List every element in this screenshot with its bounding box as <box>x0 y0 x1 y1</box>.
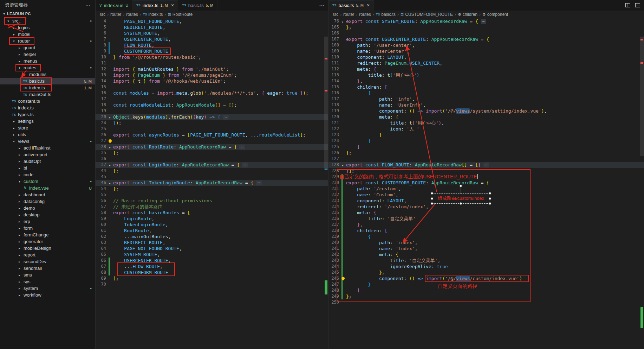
scrollbar-thumb[interactable] <box>324 37 328 170</box>
tree-item-types.ts[interactable]: TStypes.ts <box>0 111 95 118</box>
code-line-65[interactable]: 65 SYSTEM_ROUTE, <box>96 252 328 258</box>
code-line-46[interactable]: 46▸export const TokenLoginRoute: AppRout… <box>96 180 328 186</box>
code-line-105[interactable]: 105}; <box>328 24 644 30</box>
code-line-25[interactable]: 25 <box>96 126 328 132</box>
close-icon[interactable]: × <box>367 2 370 8</box>
folded-region-badge[interactable]: ⋯ <box>483 163 489 167</box>
code-line-249[interactable]: 249}; <box>328 293 644 299</box>
code-line-244[interactable]: 244 ignoreKeepAlive: true <box>328 264 644 269</box>
code-line-239[interactable]: 239 { <box>328 234 644 240</box>
code-line-9[interactable]: 9 CUSTOMFORM_ROUTE <box>96 48 328 54</box>
code-line-37[interactable]: 37▸export const LoginRoute: AppRouteReco… <box>96 162 328 168</box>
tree-item-routes[interactable]: ▾routes● <box>0 64 95 71</box>
code-line-12[interactable]: 12import { mainOutRoutes } from './mainO… <box>96 66 328 72</box>
code-line-250[interactable]: 250 <box>328 299 644 305</box>
tree-item-index.vue[interactable]: Vindex.vueU <box>0 185 95 191</box>
scrollbar-thumb[interactable] <box>640 37 644 156</box>
breadcrumb-item-children[interactable]: ⚙children <box>458 12 477 17</box>
tree-item-mobileDesign[interactable]: ▸mobileDesign <box>0 245 95 252</box>
folded-region-badge[interactable]: ⋯ <box>223 115 229 120</box>
code-line-15[interactable]: 15 <box>96 84 328 90</box>
tree-item-mainOut.ts[interactable]: TSmainOut.ts <box>0 91 95 98</box>
tree-item-menus[interactable]: ▸menus <box>0 58 95 64</box>
breadcrumb-item-router[interactable]: router <box>343 12 354 17</box>
code-line-18[interactable]: 18const routeModuleList: AppRouteModule[… <box>96 102 328 108</box>
code-line-54[interactable]: 54}; <box>96 186 328 192</box>
code-line-117[interactable]: 117 path: 'info', <box>328 96 644 102</box>
code-line-123[interactable]: 123 } <box>328 132 644 138</box>
tree-item-modules[interactable]: ▸modules <box>0 71 95 78</box>
breadcrumb-item-CUSTOMFORM_ROUTE[interactable]: ⊡CUSTOMFORM_ROUTE <box>401 12 453 17</box>
breadcrumb-item-src[interactable]: src <box>333 12 338 17</box>
explorer-more-actions-icon[interactable]: ⋯ <box>85 2 90 8</box>
code-line-7[interactable]: 7 USERCENTER_ROUTE, <box>96 36 328 42</box>
code-line-228[interactable]: 228}]; <box>328 168 644 174</box>
code-line-67[interactable]: 67 ...FLOW_ROUTE, <box>96 264 328 269</box>
code-line-231[interactable]: 231 path: '/custom', <box>328 186 644 192</box>
close-icon[interactable]: × <box>171 2 174 8</box>
code-line-59[interactable]: 59 LoginRoute, <box>96 216 328 222</box>
code-line-13[interactable]: 13import { PageEnum } from '/@/enums/pag… <box>96 72 328 78</box>
tree-item-auditOpt[interactable]: ▸auditOpt <box>0 158 95 165</box>
code-line-8[interactable]: 8 FLOW_ROUTE, <box>96 42 328 48</box>
code-editor-index-ts[interactable]: 4 PAGE_NOT_FOUND_ROUTE,5 REDIRECT_ROUTE,… <box>96 18 328 349</box>
breadcrumb-item-routes[interactable]: routes <box>359 12 371 17</box>
code-line-16[interactable]: 16const modules = import.meta.glob('./mo… <box>96 90 328 96</box>
breadcrumb-item-src[interactable]: src <box>100 12 105 17</box>
code-line-110[interactable]: 110 component: LAYOUT, <box>328 54 644 60</box>
code-line-236[interactable]: 236 title: '自定义菜单' <box>328 216 644 222</box>
code-line-107[interactable]: 107export const USERCENTER_ROUTE: AppRou… <box>328 36 644 42</box>
tree-item-router[interactable]: ▾router● <box>0 38 95 44</box>
code-line-126[interactable]: 126}; <box>328 150 644 156</box>
code-line-14[interactable]: 14import { t } from '/@/hooks/web/useI18… <box>96 78 328 84</box>
code-line-62[interactable]: 62 ...mainOutRoutes, <box>96 234 328 240</box>
tab-basic.ts[interactable]: TSbasic.ts5, M× <box>328 0 374 11</box>
code-line-17[interactable]: 17 <box>96 96 328 102</box>
tree-item-sys[interactable]: ▸sys <box>0 278 95 285</box>
code-line-230[interactable]: 230export const CUSTOMFORM_ROUTE: AppRou… <box>328 180 644 186</box>
tree-item-workflow[interactable]: ▸workflow <box>0 292 95 298</box>
tree-item-erp[interactable]: ▸erp <box>0 218 95 225</box>
code-line-122[interactable]: 122 icon: '人 ' <box>328 126 644 132</box>
breadcrumb-item-RootRoute[interactable]: ⊡RootRoute <box>168 12 193 17</box>
code-line-10[interactable]: 10} from '/@/router/routes/basic'; <box>96 54 328 60</box>
tree-item-secondDev[interactable]: ▸secondDev <box>0 258 95 265</box>
code-line-63[interactable]: 63 REDIRECT_ROUTE, <box>96 240 328 246</box>
code-line-242[interactable]: 242 meta: { <box>328 252 644 258</box>
tree-item-model[interactable]: ▸model <box>0 31 95 38</box>
tree-item-actHiTaskinst[interactable]: ▸actHiTaskinst <box>0 145 95 151</box>
code-line-56[interactable]: 56// Basic routing without permissions <box>96 198 328 204</box>
tree-item-helper[interactable]: ▸helper <box>0 51 95 58</box>
code-line-120[interactable]: 120 meta: { <box>328 114 644 120</box>
editor-more-actions-icon[interactable]: ⋯ <box>319 2 325 9</box>
tree-item-dataconfig[interactable]: ▸dataconfig <box>0 198 95 205</box>
lightbulb-icon[interactable] <box>109 139 112 142</box>
code-line-27[interactable]: 27 <box>96 138 328 144</box>
code-line-111[interactable]: 111 redirect: PageEnum.USER_CENTER, <box>328 60 644 66</box>
tree-item-basic.ts[interactable]: TSbasic.ts5, M <box>0 78 95 84</box>
code-line-245[interactable]: 245 }, <box>328 269 644 275</box>
code-line-44[interactable]: 44}; <box>96 168 328 174</box>
code-line-247[interactable]: 247 } <box>328 281 644 287</box>
code-line-4[interactable]: 4 PAGE_NOT_FOUND_ROUTE, <box>96 18 328 24</box>
folded-region-badge[interactable]: ⋯ <box>239 145 245 150</box>
code-line-125[interactable]: 125 ] <box>328 144 644 150</box>
breadcrumb-item-router[interactable]: router <box>110 12 121 17</box>
code-line-20[interactable]: 20▸Object.keys(modules).forEach((key) =>… <box>96 114 328 120</box>
tree-item-store[interactable]: ▸store <box>0 125 95 131</box>
code-line-61[interactable]: 61 RootRoute, <box>96 228 328 234</box>
code-line-11[interactable]: 11 <box>96 60 328 66</box>
code-line-233[interactable]: 233 component: LAYOUT, <box>328 198 644 204</box>
code-line-28[interactable]: 28▸export const RootRoute: AppRouteRecor… <box>96 144 328 150</box>
code-editor-basic-ts[interactable]: 76▸export const SYSTEM_ROUTE: AppRouteRe… <box>328 18 644 349</box>
code-line-246[interactable]: 246 component: () => import('/@/views/cu… <box>328 275 644 281</box>
code-line-5[interactable]: 5 REDIRECT_ROUTE, <box>96 24 328 30</box>
code-line-60[interactable]: 60 TokenLoginRoute, <box>96 222 328 228</box>
folded-region-badge[interactable]: ⋯ <box>256 180 262 185</box>
tree-item-activereport[interactable]: ▸activereport <box>0 151 95 158</box>
tree-item-code[interactable]: ▸code <box>0 171 95 178</box>
code-line-26[interactable]: 26export const asyncRoutes = [PAGE_NOT_F… <box>96 132 328 138</box>
code-line-234[interactable]: 234 redirect: '/custom/index', <box>328 204 644 210</box>
folded-region-badge[interactable]: ⋯ <box>481 19 487 24</box>
code-line-119[interactable]: 119 component: () => import('/@/views/sy… <box>328 108 644 114</box>
